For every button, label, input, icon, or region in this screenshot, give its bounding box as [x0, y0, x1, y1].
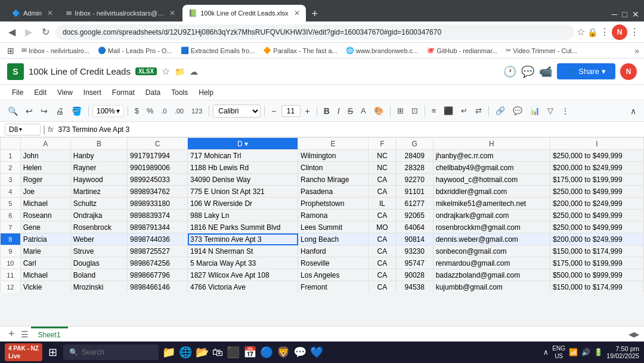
cell-1-g[interactable]: 28409	[396, 150, 433, 162]
bookmark-inbox[interactable]: ✉ Inbox - neilvirtualro...	[18, 45, 93, 56]
row-num-5[interactable]: 5	[1, 198, 21, 210]
cell-8-b[interactable]: Weber	[70, 233, 127, 245]
add-sheet-btn[interactable]: +	[5, 328, 18, 340]
cell-2-f[interactable]: NC	[368, 162, 396, 174]
cell-7-f[interactable]: MO	[368, 222, 396, 233]
cell-4-d[interactable]: 775 E Union St Apt 321	[188, 186, 298, 198]
cell-12-e[interactable]: Fremont	[298, 281, 369, 293]
paint-format-btn[interactable]: 🪣	[69, 104, 85, 118]
apps-icon[interactable]: ⊞	[5, 46, 17, 56]
cell-11-a[interactable]: Michael	[20, 269, 70, 281]
cell-2-g[interactable]: 28328	[396, 162, 433, 174]
cell-1-c[interactable]: 9917917994	[128, 150, 188, 162]
cell-5-b[interactable]: Schultz	[70, 198, 127, 210]
close-btn[interactable]: ✕	[632, 10, 639, 19]
cell-4-i[interactable]: $250,000 to $499,999	[550, 186, 643, 198]
tab-close-sheet[interactable]: ✕	[294, 9, 300, 17]
customize-icon[interactable]: ⋮	[600, 26, 609, 38]
cell-8-i[interactable]: $200,000 to $249,999	[550, 233, 643, 245]
cell-11-d[interactable]: 1827 Wilcox Ave Apt 108	[188, 269, 298, 281]
menu-format[interactable]: Format	[107, 87, 140, 98]
back-btn[interactable]: ◀	[5, 24, 19, 40]
row-num-9[interactable]: 9	[1, 245, 21, 257]
cell-6-h[interactable]: ondrajkark@gmail.com	[433, 210, 550, 222]
menu-file[interactable]: File	[7, 87, 28, 98]
tray-chevron[interactable]: ∧	[543, 348, 549, 356]
taskbar-store-icon[interactable]: 🛍	[212, 346, 223, 359]
cell-8-e[interactable]: Long Beach	[298, 233, 369, 245]
cell-8-f[interactable]: CA	[368, 233, 396, 245]
cell-9-a[interactable]: Marie	[20, 245, 70, 257]
cell-5-c[interactable]: 9898933180	[128, 198, 188, 210]
print-btn[interactable]: 🖨	[52, 104, 67, 118]
volume-icon[interactable]: 🔊	[581, 348, 590, 356]
cell-4-a[interactable]: Joe	[20, 186, 70, 198]
bookmark-video[interactable]: ✂ Video Trimmer - Cut...	[502, 45, 580, 56]
cell-5-a[interactable]: Michael	[20, 198, 70, 210]
minimize-btn[interactable]: ─	[612, 10, 618, 19]
cell-12-i[interactable]: $150,000 to $174,999	[550, 281, 643, 293]
cell-10-h[interactable]: renmardou@gmail.com	[433, 257, 550, 269]
cell-6-b[interactable]: Ondrajka	[70, 210, 127, 222]
col-header-b[interactable]: B	[70, 138, 127, 150]
tab-inbox[interactable]: ✉ Inbox - neilvirtualrockstars@gm... ✕	[60, 5, 181, 21]
cell-10-d[interactable]: 5 Marcia Way Apt 33	[188, 257, 298, 269]
taskbar-edge-icon[interactable]: 🔵	[260, 346, 273, 359]
comment-icon[interactable]: 💬	[521, 65, 534, 78]
cell-9-h[interactable]: sonbecon@gmail.com	[433, 245, 550, 257]
row-num-3[interactable]: 3	[1, 174, 21, 186]
highlight-btn[interactable]: 🎨	[371, 104, 386, 117]
bookmark-github[interactable]: 🐙 GitHub - redianmar...	[423, 45, 501, 56]
cell-7-e[interactable]: Lees Summit	[298, 222, 369, 233]
row-num-4[interactable]: 4	[1, 186, 21, 198]
refresh-btn[interactable]: ↻	[38, 24, 53, 40]
col-header-e[interactable]: E	[298, 138, 369, 150]
cell-8-a[interactable]: Patricia	[20, 233, 70, 245]
col-header-d[interactable]: D ▾	[188, 138, 298, 150]
tab-close-admin[interactable]: ✕	[47, 9, 53, 17]
cell-6-c[interactable]: 9898839374	[128, 210, 188, 222]
cell-4-g[interactable]: 91101	[396, 186, 433, 198]
cell-6-d[interactable]: 988 Laky Ln	[188, 210, 298, 222]
cell-11-h[interactable]: badazzboland@gmail.com	[433, 269, 550, 281]
cell-8-g[interactable]: 90814	[396, 233, 433, 245]
cell-2-e[interactable]: Clinton	[298, 162, 369, 174]
cell-1-h[interactable]: jhanby@ec.rr.com	[433, 150, 550, 162]
taskbar-search[interactable]: 🔍	[63, 344, 159, 360]
col-header-g[interactable]: G	[396, 138, 433, 150]
more-toolbar-btn[interactable]: ⋮	[558, 104, 572, 118]
menu-edit[interactable]: Edit	[29, 87, 51, 98]
cell-3-i[interactable]: $175,000 to $199,999	[550, 174, 643, 186]
cell-3-c[interactable]: 9899245033	[128, 174, 188, 186]
cell-4-f[interactable]: CA	[368, 186, 396, 198]
bookmark-parallax[interactable]: 🔶 Parallax - The fast a...	[259, 45, 340, 56]
cell-7-h[interactable]: rosenbrockkm@gmail.com	[433, 222, 550, 233]
more-options[interactable]: ⋮	[630, 26, 639, 38]
cell-3-e[interactable]: Rancho Mirage	[298, 174, 369, 186]
cell-10-b[interactable]: Douglas	[70, 257, 127, 269]
history-icon[interactable]: 🕐	[503, 65, 516, 78]
bookmarks-more[interactable]: »	[634, 46, 639, 56]
cell-12-a[interactable]: Vickie	[20, 281, 70, 293]
cell-2-c[interactable]: 9901989006	[128, 162, 188, 174]
cell-11-g[interactable]: 90028	[396, 269, 433, 281]
cell-4-e[interactable]: Pasadena	[298, 186, 369, 198]
collapse-toolbar-btn[interactable]: ∧	[627, 104, 639, 118]
cell-2-d[interactable]: 1188 Hb Lewis Rd	[188, 162, 298, 174]
cell-8-c[interactable]: 9898744036	[128, 233, 188, 245]
cell-3-b[interactable]: Haywood	[70, 174, 127, 186]
cell-1-a[interactable]: John	[20, 150, 70, 162]
merge-btn[interactable]: ⊡	[408, 104, 421, 117]
formula-input[interactable]	[56, 124, 640, 135]
cell-1-i[interactable]: $250,000 to $499,999	[550, 150, 643, 162]
cell-8-d[interactable]: 373 Termino Ave Apt 3	[188, 233, 298, 245]
cell-12-c[interactable]: 9898466146	[128, 281, 188, 293]
cloud-icon[interactable]: ☁	[190, 67, 198, 76]
comment-toolbar-btn[interactable]: 💬	[510, 104, 525, 117]
cell-5-i[interactable]: $200,000 to $249,999	[550, 198, 643, 210]
cell-7-b[interactable]: Rosenbrock	[70, 222, 127, 233]
extension-icon[interactable]: 🔒	[587, 27, 597, 37]
cell-2-i[interactable]: $200,000 to $249,999	[550, 162, 643, 174]
doc-title[interactable]: 100k Line of Credit Leads	[29, 66, 131, 76]
cell-8-h[interactable]: dennis.weber@gmail.com	[433, 233, 550, 245]
